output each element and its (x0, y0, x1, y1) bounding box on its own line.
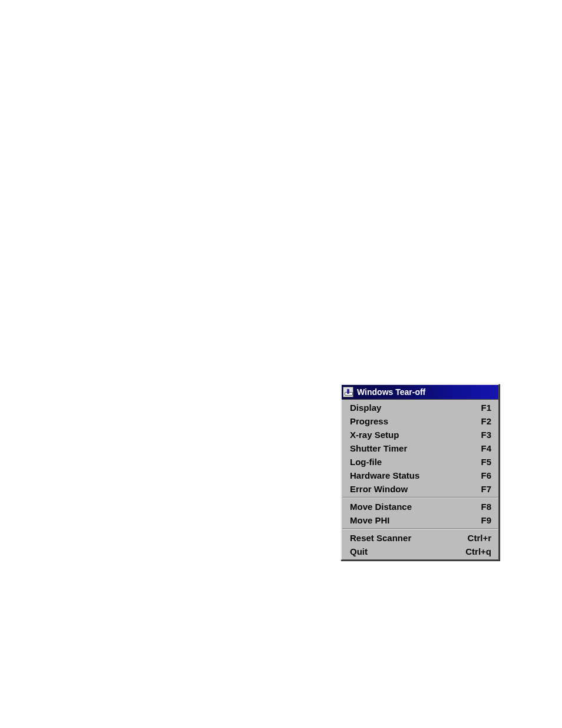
menu-item-accelerator: Ctrl+r (462, 533, 491, 543)
menu-item-accelerator: F6 (475, 470, 491, 480)
menu-item-accelerator: Ctrl+q (459, 546, 491, 556)
menu-item-label: Reset Scanner (350, 533, 411, 543)
window-title: Windows Tear-off (357, 387, 425, 397)
menu-item-accelerator: F4 (475, 443, 491, 453)
menu-item-quit[interactable]: Quit Ctrl+q (342, 545, 498, 558)
menu-item-label: Hardware Status (350, 470, 419, 480)
menu-item-accelerator: F5 (475, 457, 491, 467)
menu-item-label: Display (350, 403, 381, 413)
menu-separator (342, 528, 498, 529)
menu-item-reset-scanner[interactable]: Reset Scanner Ctrl+r (342, 531, 498, 545)
menu-item-label: Move PHI (350, 515, 390, 525)
menu-item-label: Progress (350, 416, 388, 426)
tearoff-window: Windows Tear-off Display F1 Progress F2 … (340, 384, 500, 561)
menu-item-accelerator: F3 (475, 430, 491, 440)
menu-item-log-file[interactable]: Log-file F5 (342, 455, 498, 469)
menu-item-label: Log-file (350, 457, 382, 467)
menu-item-progress[interactable]: Progress F2 (342, 414, 498, 428)
menu-item-display[interactable]: Display F1 (342, 401, 498, 414)
menu-item-accelerator: F9 (475, 515, 491, 525)
menu-item-label: Quit (350, 546, 368, 556)
menu-item-label: X-ray Setup (350, 430, 399, 440)
menu-item-move-distance[interactable]: Move Distance F8 (342, 500, 498, 513)
menu-item-accelerator: F2 (475, 416, 491, 426)
menu-separator (342, 497, 498, 498)
titlebar[interactable]: Windows Tear-off (342, 385, 498, 400)
menu-item-move-phi[interactable]: Move PHI F9 (342, 513, 498, 527)
menu-item-hardware-status[interactable]: Hardware Status F6 (342, 469, 498, 482)
menu-item-accelerator: F7 (475, 484, 491, 494)
menu-item-accelerator: F1 (475, 403, 491, 413)
menu-item-error-window[interactable]: Error Window F7 (342, 482, 498, 496)
menu-body: Display F1 Progress F2 X-ray Setup F3 Sh… (342, 400, 498, 559)
menu-item-label: Shutter Timer (350, 443, 407, 453)
menu-item-accelerator: F8 (475, 502, 491, 512)
menu-item-xray-setup[interactable]: X-ray Setup F3 (342, 428, 498, 442)
menu-item-label: Error Window (350, 484, 408, 494)
menu-item-label: Move Distance (350, 502, 412, 512)
system-menu-icon[interactable] (343, 387, 353, 397)
menu-item-shutter-timer[interactable]: Shutter Timer F4 (342, 442, 498, 455)
